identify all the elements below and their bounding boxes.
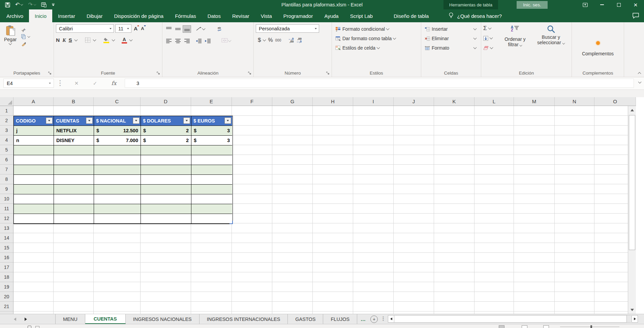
page-layout-view-button[interactable]: [522, 325, 527, 328]
grid-cell-F4[interactable]: [232, 135, 272, 145]
grid-cell-H14[interactable]: [313, 233, 353, 243]
row-header-11[interactable]: 11: [0, 204, 13, 214]
table-cell[interactable]: $2: [141, 136, 191, 145]
horizontal-scroll-track[interactable]: [627, 315, 631, 323]
table-cell[interactable]: [191, 145, 232, 155]
column-header-C[interactable]: C: [94, 97, 141, 106]
grid-cell-F19[interactable]: [232, 282, 272, 292]
grid-cell-L1[interactable]: [474, 106, 514, 115]
font-color-dropdown-icon[interactable]: [129, 38, 132, 42]
ribbon-tab-dibujar[interactable]: Dibujar: [81, 9, 109, 22]
grid-cell-G8[interactable]: [272, 174, 313, 184]
grid-cell-D1[interactable]: [141, 106, 191, 115]
grid-cell-O9[interactable]: [594, 184, 628, 194]
grid-cell-N20[interactable]: [555, 292, 594, 301]
table-cell[interactable]: [54, 175, 94, 185]
grid-cell-M5[interactable]: [514, 145, 555, 155]
grid-cell-H7[interactable]: [313, 165, 353, 174]
grid-cell-G22[interactable]: [272, 311, 313, 314]
table-cell[interactable]: $2: [141, 126, 191, 136]
page-break-view-button[interactable]: [543, 325, 549, 328]
grid-cell-L22[interactable]: [474, 311, 514, 314]
grid-cell-B18[interactable]: [54, 272, 94, 282]
horizontal-scroll-thumb[interactable]: [394, 315, 627, 323]
grid-cell-C17[interactable]: [94, 263, 141, 272]
sheet-tab-gastos[interactable]: GASTOS: [288, 314, 323, 324]
table-cell[interactable]: j: [14, 126, 54, 136]
grid-cell-O20[interactable]: [594, 292, 628, 301]
grid-cell-M6[interactable]: [514, 155, 555, 164]
grid-cell-O19[interactable]: [594, 282, 628, 292]
grid-cell-L15[interactable]: [474, 243, 514, 252]
conditional-formatting-button[interactable]: ≠ Formato condicional: [335, 24, 419, 34]
font-dialog-launcher[interactable]: [157, 72, 160, 75]
grid-cell-G5[interactable]: [272, 145, 313, 155]
grid-cell-F2[interactable]: [232, 116, 272, 125]
grid-cell-O6[interactable]: [594, 155, 628, 164]
grid-cell-D17[interactable]: [141, 263, 191, 272]
fill-color-button[interactable]: [103, 37, 110, 43]
grid-cell-A20[interactable]: [13, 292, 54, 301]
ribbon-tab-revisar[interactable]: Revisar: [226, 9, 255, 22]
font-color-button[interactable]: A: [122, 37, 127, 44]
grid-cell-M1[interactable]: [514, 106, 555, 115]
grid-cell-M18[interactable]: [514, 272, 555, 282]
merge-center-button[interactable]: [221, 38, 228, 44]
table-cell[interactable]: [54, 165, 94, 175]
grid-cell-C13[interactable]: [94, 223, 141, 233]
grid-cell-A22[interactable]: [13, 311, 54, 314]
grid-cell-I21[interactable]: [353, 302, 394, 311]
grid-cell-B22[interactable]: [54, 311, 94, 314]
table-cell[interactable]: [94, 185, 141, 194]
grid-cell-G20[interactable]: [272, 292, 313, 301]
grid-cell-K19[interactable]: [434, 282, 474, 292]
decrease-decimal-button[interactable]: ,00→,0: [296, 37, 302, 43]
grid-cell-F5[interactable]: [232, 145, 272, 155]
table-cell[interactable]: [14, 204, 54, 214]
horizontal-scrollbar[interactable]: [388, 315, 638, 323]
table-cell[interactable]: [141, 155, 191, 165]
grid-cell-I14[interactable]: [353, 233, 394, 243]
grid-cell-G3[interactable]: [272, 126, 313, 135]
column-header-N[interactable]: N: [555, 97, 594, 106]
grid-cell-G17[interactable]: [272, 263, 313, 272]
row-header-5[interactable]: 5: [0, 145, 13, 155]
font-name-combo[interactable]: Calibri: [56, 24, 114, 33]
grid-cell-A17[interactable]: [13, 263, 54, 272]
grid-cell-M19[interactable]: [514, 282, 555, 292]
name-box[interactable]: E4: [3, 79, 54, 88]
grid-cell-L5[interactable]: [474, 145, 514, 155]
grid-cell-J18[interactable]: [394, 272, 434, 282]
tell-me-box[interactable]: ¿Qué desea hacer?: [449, 9, 502, 22]
number-dialog-launcher[interactable]: [326, 72, 330, 75]
grid-cell-G10[interactable]: [272, 194, 313, 203]
grid-cell-H10[interactable]: [313, 194, 353, 203]
sheet-overflow-button[interactable]: …: [357, 314, 369, 324]
column-header-H[interactable]: H: [313, 97, 353, 106]
grid-cell-O14[interactable]: [594, 233, 628, 243]
grid-cell-O21[interactable]: [594, 302, 628, 311]
grid-cell-G6[interactable]: [272, 155, 313, 164]
redo-button[interactable]: ↷: [28, 2, 36, 7]
grid-cell-H4[interactable]: [313, 135, 353, 145]
grid-cell-I22[interactable]: [353, 311, 394, 314]
grid-cell-K22[interactable]: [434, 311, 474, 314]
column-header-M[interactable]: M: [514, 97, 555, 106]
table-cell[interactable]: [191, 204, 232, 214]
grid-cell-N15[interactable]: [555, 243, 594, 252]
grid-cell-E18[interactable]: [191, 272, 232, 282]
row-header-17[interactable]: 17: [0, 263, 13, 272]
grid-cell-L10[interactable]: [474, 194, 514, 203]
grid-cell-H6[interactable]: [313, 155, 353, 164]
row-header-7[interactable]: 7: [0, 165, 13, 174]
insert-function-button[interactable]: fx: [107, 79, 121, 88]
grid-cell-O15[interactable]: [594, 243, 628, 252]
merge-dropdown-icon[interactable]: [228, 39, 232, 42]
scroll-down-button[interactable]: [628, 306, 636, 314]
filter-dropdown-button[interactable]: [183, 117, 190, 124]
grid-cell-K1[interactable]: [434, 106, 474, 115]
grid-cell-I15[interactable]: [353, 243, 394, 252]
row-header-20[interactable]: 20: [0, 292, 13, 302]
grid-cell-M9[interactable]: [514, 184, 555, 194]
table-cell[interactable]: [94, 214, 141, 224]
